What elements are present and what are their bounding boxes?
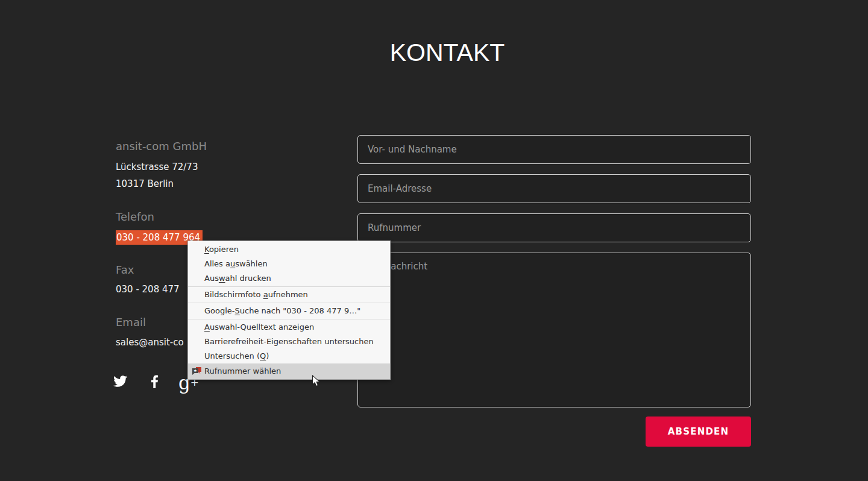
context-menu-item[interactable]: Untersuchen (Q) (188, 349, 390, 363)
phone-label: Telefon (116, 210, 154, 223)
dialer-icon: ★ (192, 366, 202, 376)
submit-button[interactable]: ABSENDEN (646, 417, 751, 447)
facebook-link[interactable] (146, 374, 162, 391)
context-menu-item[interactable]: Auswahl-Quelltext anzeigen (188, 320, 390, 335)
context-menu-item-label: Barrierefreiheit-Eigenschaften untersuch… (204, 337, 374, 346)
address-line-1: Lückstrasse 72/73 (116, 162, 198, 172)
context-menu-item-label: Google-Suche nach "030 - 208 477 9…" (204, 306, 360, 315)
twitter-link[interactable] (112, 374, 128, 391)
fax-label: Fax (116, 263, 134, 276)
context-menu-separator (188, 286, 390, 287)
svg-text:★: ★ (193, 368, 197, 373)
context-menu-separator (188, 319, 390, 319)
context-menu-separator (188, 303, 390, 303)
facebook-icon (151, 374, 159, 391)
name-input[interactable] (357, 135, 751, 164)
context-menu-item-label: Untersuchen (Q) (204, 351, 269, 360)
context-menu-item-label: Rufnummer wählen (204, 366, 281, 376)
fax-value: 030 - 208 477 (116, 284, 180, 295)
address-line-2: 10317 Berlin (116, 178, 174, 189)
context-menu-item[interactable]: Bildschirmfoto aufnehmen (188, 288, 390, 302)
context-menu-item-label: Auswahl drucken (204, 274, 271, 283)
message-textarea[interactable] (357, 253, 751, 407)
twitter-icon (113, 376, 127, 389)
context-menu-item[interactable]: ★Rufnummer wählen (188, 363, 390, 379)
context-menu-item[interactable]: Alles auswählen (188, 257, 390, 271)
phone-input[interactable] (357, 213, 751, 242)
email-value[interactable]: sales@ansit-co (116, 337, 184, 348)
context-menu-item[interactable]: Google-Suche nach "030 - 208 477 9…" (188, 304, 390, 318)
context-menu-item-label: Bildschirmfoto aufnehmen (204, 290, 308, 299)
context-menu-item[interactable]: Auswahl drucken (188, 271, 390, 286)
email-input[interactable] (357, 174, 751, 203)
context-menu-item[interactable]: Barrierefreiheit-Eigenschaften untersuch… (188, 335, 390, 349)
context-menu-item-label: Kopieren (204, 245, 239, 254)
context-menu-item-label: Alles auswählen (204, 259, 268, 268)
page-title: KONTAKT (0, 39, 868, 67)
social-links: g+ (112, 374, 197, 391)
email-label: Email (116, 316, 146, 329)
context-menu: KopierenAlles auswählenAuswahl druckenBi… (187, 241, 391, 380)
context-menu-item[interactable]: Kopieren (188, 242, 390, 257)
context-menu-item-label: Auswahl-Quelltext anzeigen (204, 322, 314, 332)
company-name: ansit-com GmbH (116, 140, 207, 152)
